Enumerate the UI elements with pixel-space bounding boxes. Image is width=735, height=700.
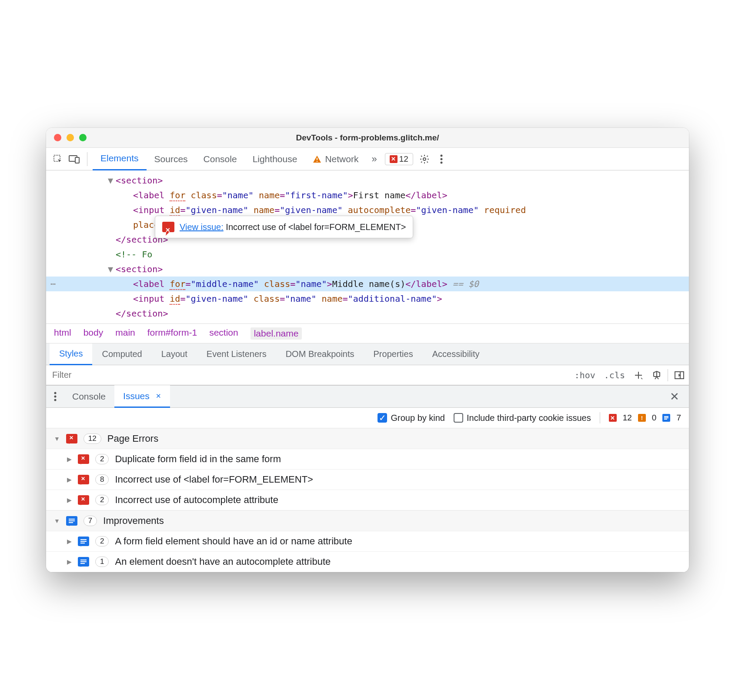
issues-options: ✓ Group by kind Include third-party cook… bbox=[46, 408, 689, 428]
svg-point-10 bbox=[54, 392, 57, 394]
breadcrumb-item[interactable]: form#form-1 bbox=[147, 327, 197, 340]
drawer-tabs: ConsoleIssues✕ ✕ bbox=[46, 385, 689, 408]
new-style-rule-icon[interactable] bbox=[629, 370, 648, 380]
toolbar-separator bbox=[87, 152, 87, 166]
issue-counter[interactable]: ✕ 12 bbox=[385, 153, 413, 165]
dom-row[interactable]: <label for class="name" name="first-name… bbox=[46, 188, 689, 203]
breadcrumb-item[interactable]: html bbox=[54, 327, 71, 340]
svg-point-6 bbox=[440, 154, 442, 157]
rendering-emulations-icon[interactable] bbox=[648, 370, 666, 380]
titlebar: DevTools - form-problems.glitch.me/ bbox=[46, 128, 689, 148]
close-window[interactable] bbox=[54, 134, 61, 141]
issue-counts: ✕12 !0 7 bbox=[609, 413, 681, 423]
breadcrumb-item[interactable]: main bbox=[115, 327, 135, 340]
zoom-window[interactable] bbox=[79, 134, 87, 141]
tab-sources[interactable]: Sources bbox=[147, 148, 196, 170]
error-icon: ✕ bbox=[390, 155, 398, 163]
issue-item[interactable]: ▶2Duplicate form field id in the same fo… bbox=[46, 449, 689, 470]
dom-row[interactable]: </section> bbox=[46, 306, 689, 321]
breadcrumb-item[interactable]: label.name bbox=[251, 327, 302, 340]
dom-tree[interactable]: View issue: Incorrect use of <label for=… bbox=[46, 170, 689, 323]
svg-point-12 bbox=[54, 399, 57, 401]
errors-count: 12 bbox=[623, 413, 632, 423]
issue-group[interactable]: ▼12Page Errors bbox=[46, 428, 689, 449]
svg-rect-15 bbox=[664, 419, 667, 420]
computed-toggle-icon[interactable] bbox=[670, 371, 689, 380]
more-tabs-icon[interactable]: » bbox=[368, 153, 380, 165]
hov-toggle[interactable]: :hov bbox=[570, 370, 600, 380]
issues-list: ▼12Page Errors▶2Duplicate form field id … bbox=[46, 428, 689, 572]
kebab-menu-icon[interactable] bbox=[436, 154, 447, 164]
styles-filter-input[interactable] bbox=[46, 370, 570, 380]
svg-point-5 bbox=[423, 158, 426, 160]
issue-item[interactable]: ▶8Incorrect use of <label for=FORM_ELEME… bbox=[46, 470, 689, 490]
breadcrumb-item[interactable]: section bbox=[209, 327, 238, 340]
checkbox-unchecked-icon bbox=[454, 413, 463, 423]
drawer-tab-console[interactable]: Console bbox=[63, 385, 114, 408]
window-title: DevTools - form-problems.glitch.me/ bbox=[46, 133, 689, 143]
tab-network[interactable]: Network bbox=[305, 148, 366, 170]
main-toolbar: ElementsSourcesConsoleLighthouseNetwork … bbox=[46, 148, 689, 170]
subtab-styles[interactable]: Styles bbox=[50, 343, 92, 365]
breadcrumb-item[interactable]: body bbox=[84, 327, 104, 340]
issue-tooltip: View issue: Incorrect use of <label for=… bbox=[155, 216, 413, 238]
group-by-kind-checkbox[interactable]: ✓ Group by kind bbox=[378, 413, 445, 423]
styles-subtabs: StylesComputedLayoutEvent ListenersDOM B… bbox=[46, 343, 689, 365]
svg-rect-4 bbox=[317, 161, 317, 162]
minimize-window[interactable] bbox=[67, 134, 74, 141]
filterbar-separator bbox=[668, 369, 668, 381]
issue-item[interactable]: ▶1An element doesn't have an autocomplet… bbox=[46, 552, 689, 572]
drawer-close-icon[interactable]: ✕ bbox=[664, 390, 685, 403]
svg-rect-13 bbox=[664, 416, 668, 417]
tooltip-text: Incorrect use of <label for=FORM_ELEMENT… bbox=[226, 222, 406, 232]
svg-point-7 bbox=[440, 158, 442, 160]
settings-icon[interactable] bbox=[415, 154, 434, 164]
subtab-properties[interactable]: Properties bbox=[364, 343, 423, 365]
drawer-kebab-icon[interactable] bbox=[50, 392, 61, 401]
tab-lighthouse[interactable]: Lighthouse bbox=[245, 148, 305, 170]
dom-row[interactable]: <!-- Fo bbox=[46, 247, 689, 262]
svg-rect-14 bbox=[664, 417, 668, 418]
tab-console[interactable]: Console bbox=[196, 148, 245, 170]
device-mode-icon[interactable] bbox=[67, 152, 82, 167]
styles-filterbar: :hov .cls bbox=[46, 365, 689, 385]
error-icon: ✕ bbox=[609, 414, 617, 422]
issue-item[interactable]: ▶2Incorrect use of autocomplete attribut… bbox=[46, 490, 689, 510]
options-separator bbox=[600, 412, 600, 423]
include-third-party-checkbox[interactable]: Include third-party cookie issues bbox=[454, 413, 591, 423]
info-count: 7 bbox=[676, 413, 681, 423]
tab-elements[interactable]: Elements bbox=[93, 148, 147, 170]
dom-row[interactable]: <input id="given-name" class="name" name… bbox=[46, 291, 689, 306]
breadcrumb[interactable]: htmlbodymainform#form-1sectionlabel.name bbox=[46, 323, 689, 343]
dom-row[interactable]: ⋯<label for="middle-name" class="name">M… bbox=[46, 277, 689, 291]
subtab-layout[interactable]: Layout bbox=[152, 343, 197, 365]
warning-icon: ! bbox=[638, 414, 646, 422]
error-count: 12 bbox=[399, 154, 408, 164]
inspect-icon[interactable] bbox=[50, 152, 65, 167]
checkbox-checked-icon: ✓ bbox=[378, 413, 387, 423]
group-by-kind-label: Group by kind bbox=[391, 413, 445, 423]
subtab-accessibility[interactable]: Accessibility bbox=[423, 343, 489, 365]
svg-point-11 bbox=[54, 396, 57, 398]
dom-row[interactable]: ▼<section> bbox=[46, 262, 689, 277]
panel-tabs: ElementsSourcesConsoleLighthouseNetwork bbox=[93, 148, 366, 170]
issue-group[interactable]: ▼7Improvements bbox=[46, 510, 689, 531]
view-issue-link[interactable]: View issue: bbox=[180, 222, 224, 232]
dom-row[interactable]: ▼<section> bbox=[46, 173, 689, 188]
svg-point-8 bbox=[440, 161, 442, 163]
dom-row[interactable]: <input id="given-name" name="given-name"… bbox=[46, 203, 689, 217]
issue-item[interactable]: ▶2A form field element should have an id… bbox=[46, 531, 689, 552]
drawer-tabstrip: ConsoleIssues✕ bbox=[63, 385, 170, 408]
close-tab-icon[interactable]: ✕ bbox=[156, 392, 161, 400]
drawer-tab-issues[interactable]: Issues✕ bbox=[114, 385, 170, 408]
subtab-dom-breakpoints[interactable]: DOM Breakpoints bbox=[276, 343, 364, 365]
warnings-count: 0 bbox=[652, 413, 657, 423]
subtab-event-listeners[interactable]: Event Listeners bbox=[197, 343, 276, 365]
window-controls bbox=[46, 134, 87, 141]
subtab-computed[interactable]: Computed bbox=[92, 343, 151, 365]
svg-rect-2 bbox=[75, 157, 79, 163]
devtools-window: DevTools - form-problems.glitch.me/ Elem… bbox=[46, 128, 689, 572]
cls-toggle[interactable]: .cls bbox=[600, 370, 629, 380]
info-icon bbox=[662, 414, 670, 422]
error-chat-icon bbox=[162, 222, 174, 232]
